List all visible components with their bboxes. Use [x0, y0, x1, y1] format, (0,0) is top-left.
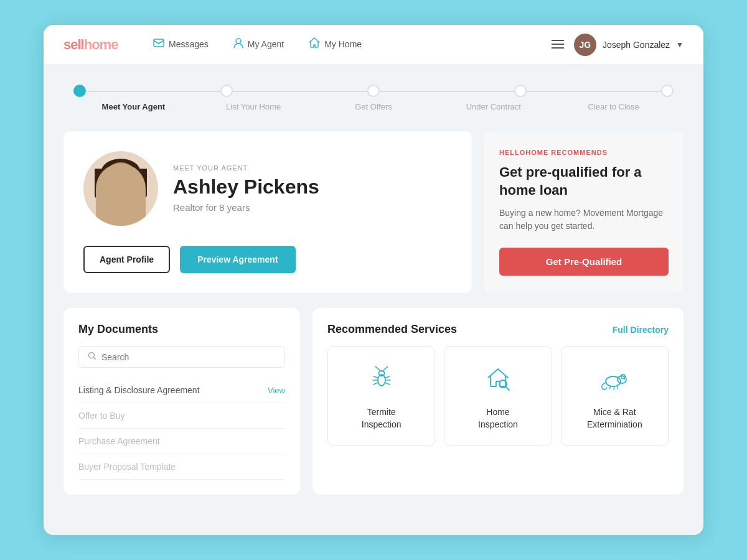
doc-item-offer: Offer to Buy — [78, 403, 285, 429]
chevron-down-icon: ▼ — [676, 40, 684, 49]
services-header: Recommended Services Full Directory — [327, 323, 669, 336]
service-mice-rat-name: Mice & RatExterminiation — [587, 406, 642, 431]
progress-track — [73, 85, 674, 97]
nav-messages[interactable]: Messages — [151, 25, 211, 65]
search-box[interactable] — [78, 346, 285, 368]
user-name: Joseph Gonzalez — [603, 40, 670, 50]
doc-name: Listing & Disclosure Agreement — [78, 385, 200, 395]
step-clear-to-close[interactable] — [661, 85, 674, 97]
step-label-list-home: List Your Home — [194, 102, 314, 111]
service-termite-name: TermiteInspection — [362, 406, 402, 431]
agent-profile-button[interactable]: Agent Profile — [83, 246, 170, 273]
logo: sellhome — [63, 37, 138, 53]
documents-card: My Documents Listing & Disclosure Agreem… — [63, 308, 300, 495]
header: sellhome Messages My — [44, 25, 703, 65]
service-home-inspection-name: HomeInspection — [478, 406, 518, 431]
step-dot — [367, 85, 380, 97]
avatar: JG — [574, 34, 596, 56]
doc-name-muted: Buyer Proposal Template — [78, 462, 176, 472]
doc-item-purchase: Purchase Agreement — [78, 429, 285, 454]
main-content: MEET YOUR AGENT Ashley Pickens Realtor f… — [44, 121, 703, 308]
agent-title: Realtor for 8 years — [173, 202, 452, 213]
search-input[interactable] — [101, 352, 276, 362]
agent-info: MEET YOUR AGENT Ashley Pickens Realtor f… — [173, 164, 452, 213]
svg-point-1 — [236, 39, 241, 44]
termite-icon — [364, 362, 399, 396]
step-label-meet-agent: Meet Your Agent — [73, 102, 194, 111]
preview-agreement-button[interactable]: Preview Agreement — [180, 246, 295, 273]
step-label-clear-to-close: Clear to Close — [553, 102, 674, 111]
svg-point-9 — [624, 378, 625, 380]
nav-my-home[interactable]: My Home — [306, 25, 364, 65]
bottom-section: My Documents Listing & Disclosure Agreem… — [44, 308, 703, 510]
rec-desc: Buying a new home? Movement Mortgage can… — [499, 207, 669, 233]
agent-card: MEET YOUR AGENT Ashley Pickens Realtor f… — [63, 131, 472, 293]
svg-point-10 — [626, 380, 627, 381]
step-under-contract[interactable] — [514, 85, 527, 97]
full-directory-link[interactable]: Full Directory — [613, 325, 669, 335]
nav-messages-label: Messages — [169, 39, 209, 49]
agent-name: Ashley Pickens — [173, 175, 452, 198]
doc-item-listing: Listing & Disclosure Agreement View — [78, 378, 285, 403]
step-label-under-contract: Under Contract — [433, 102, 553, 111]
main-container: sellhome Messages My — [44, 25, 703, 535]
home-search-icon — [481, 362, 515, 396]
doc-name-muted: Offer to Buy — [78, 411, 125, 421]
doc-view-link[interactable]: View — [268, 386, 285, 395]
home-icon — [309, 37, 320, 50]
header-right: JG Joseph Gonzalez ▼ — [552, 34, 684, 56]
agent-top: MEET YOUR AGENT Ashley Pickens Realtor f… — [83, 151, 452, 226]
nav-my-agent[interactable]: My Agent — [231, 25, 286, 65]
recommendation-card: HELLOHOME RECOMMENDS Get pre-qualified f… — [484, 131, 684, 293]
service-home-inspection[interactable]: HomeInspection — [444, 346, 552, 446]
get-pre-qualified-button[interactable]: Get Pre-Qualified — [499, 248, 669, 276]
documents-title: My Documents — [78, 323, 285, 336]
rec-label: HELLOHOME RECOMMENDS — [499, 149, 669, 156]
messages-icon — [153, 39, 164, 50]
step-dot — [661, 85, 674, 97]
service-termite[interactable]: TermiteInspection — [327, 346, 435, 446]
rat-icon — [597, 362, 632, 396]
rec-title: Get pre-qualified for a home loan — [499, 164, 669, 199]
service-items: TermiteInspection HomeIn — [327, 346, 669, 446]
step-label-get-offers: Get Offers — [314, 102, 434, 111]
nav-my-home-label: My Home — [324, 39, 362, 49]
step-list-home[interactable] — [220, 85, 233, 97]
service-mice-rat[interactable]: Mice & RatExterminiation — [561, 346, 669, 446]
step-dot-active — [73, 85, 86, 97]
progress-section: Meet Your Agent List Your Home Get Offer… — [44, 65, 703, 121]
services-title: Recommended Services — [327, 323, 457, 336]
step-get-offers[interactable] — [367, 85, 380, 97]
services-card: Recommended Services Full Directory — [312, 308, 684, 495]
user-menu[interactable]: JG Joseph Gonzalez ▼ — [574, 34, 684, 56]
agent-actions: Agent Profile Preview Agreement — [83, 246, 452, 273]
hamburger-icon[interactable] — [552, 39, 564, 50]
nav: Messages My Agent My Hom — [151, 25, 552, 65]
meet-label: MEET YOUR AGENT — [173, 164, 452, 172]
doc-name-muted: Purchase Agreement — [78, 436, 160, 446]
step-dot — [220, 85, 233, 97]
nav-my-agent-label: My Agent — [248, 39, 284, 49]
face-body — [96, 164, 146, 226]
doc-item-buyer: Buyer Proposal Template — [78, 454, 285, 480]
step-dot — [514, 85, 527, 97]
step-labels: Meet Your Agent List Your Home Get Offer… — [73, 102, 674, 111]
step-meet-agent[interactable] — [73, 85, 86, 97]
svg-rect-0 — [154, 39, 164, 47]
search-icon — [88, 352, 96, 362]
agent-photo — [83, 151, 158, 226]
agent-icon — [233, 37, 243, 51]
